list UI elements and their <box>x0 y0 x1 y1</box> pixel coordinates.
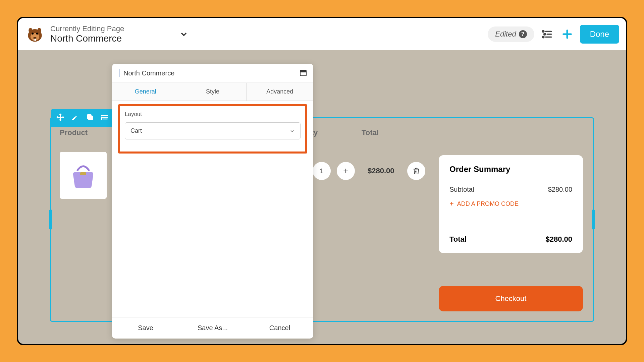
svg-point-7 <box>29 28 32 33</box>
svg-point-24 <box>101 119 102 119</box>
total-label: Total <box>449 235 467 244</box>
edited-status[interactable]: Edited ? <box>488 26 534 42</box>
top-bar: Currently Editing Page North Commerce Ed… <box>18 18 626 50</box>
remove-item-button[interactable] <box>407 162 425 180</box>
help-icon: ? <box>519 30 527 38</box>
summary-title: Order Summary <box>449 165 572 174</box>
promo-label: ADD A PROMO CODE <box>457 200 519 207</box>
svg-rect-25 <box>80 172 86 175</box>
add-promo-code-button[interactable]: + ADD A PROMO CODE <box>449 199 572 208</box>
chevron-down-icon <box>289 128 295 134</box>
total-value: $280.00 <box>545 235 572 244</box>
svg-point-9 <box>542 31 544 32</box>
product-image <box>60 152 107 199</box>
layout-value: Cart <box>130 127 142 134</box>
wrench-icon[interactable] <box>71 113 79 123</box>
block-toolbar <box>51 109 114 127</box>
page-dropdown-button[interactable] <box>176 27 191 42</box>
svg-rect-6 <box>35 39 36 41</box>
cancel-button[interactable]: Cancel <box>246 324 313 332</box>
subtotal-label: Subtotal <box>449 186 474 193</box>
subtotal-row: Subtotal $280.00 <box>449 186 572 193</box>
quantity-value: 1 <box>313 162 331 180</box>
layout-label: Layout <box>125 111 301 118</box>
divider <box>449 180 572 180</box>
done-button[interactable]: Done <box>580 25 619 44</box>
save-button[interactable]: Save <box>112 324 179 332</box>
line-total: $280.00 <box>368 167 394 175</box>
divider <box>210 20 210 48</box>
order-summary-card: Order Summary Subtotal $280.00 + ADD A P… <box>439 155 583 253</box>
panel-title: North Commerce <box>123 69 297 77</box>
resize-handle-left[interactable] <box>49 209 52 230</box>
plus-icon: + <box>449 199 454 208</box>
panel-body: Layout Cart <box>112 101 313 317</box>
svg-point-11 <box>544 33 545 35</box>
list-icon[interactable] <box>101 113 109 123</box>
save-as-button[interactable]: Save As... <box>179 324 246 332</box>
app-frame: Currently Editing Page North Commerce Ed… <box>17 17 627 345</box>
svg-point-3 <box>36 33 38 35</box>
title-block: Currently Editing Page North Commerce <box>50 24 124 44</box>
module-settings-panel: North Commerce General Style Advanced La… <box>112 64 313 339</box>
add-module-button[interactable] <box>560 27 575 42</box>
svg-point-1 <box>31 33 39 41</box>
svg-point-2 <box>32 33 34 35</box>
tab-advanced[interactable]: Advanced <box>247 83 313 101</box>
resize-handle-right[interactable] <box>592 209 595 230</box>
page-title: North Commerce <box>50 33 124 44</box>
svg-point-13 <box>542 36 544 38</box>
layout-field-highlight: Layout Cart <box>118 104 307 154</box>
panel-header: North Commerce <box>112 64 313 83</box>
svg-rect-5 <box>34 39 35 41</box>
subtotal-value: $280.00 <box>548 186 572 193</box>
canvas: Product Quantity Total 1 $280.00 <box>18 50 626 344</box>
panel-footer: Save Save As... Cancel <box>112 317 313 339</box>
tab-general[interactable]: General <box>112 83 179 101</box>
window-icon[interactable] <box>300 70 307 76</box>
checkout-button[interactable]: Checkout <box>439 286 583 311</box>
layout-select[interactable]: Cart <box>125 122 301 139</box>
edited-label: Edited <box>495 30 516 39</box>
beaver-logo-icon <box>25 24 45 44</box>
svg-rect-18 <box>87 115 91 119</box>
tab-style[interactable]: Style <box>179 83 246 101</box>
duplicate-icon[interactable] <box>86 113 94 123</box>
svg-point-23 <box>101 117 102 118</box>
svg-point-8 <box>38 28 41 33</box>
panel-accent <box>119 69 120 77</box>
svg-point-22 <box>101 115 102 116</box>
header-total: Total <box>362 128 379 137</box>
quantity-controls: 1 $280.00 <box>313 162 425 180</box>
move-icon[interactable] <box>56 113 64 123</box>
outline-toggle-button[interactable] <box>540 27 554 42</box>
tabs-row: General Style Advanced <box>112 83 313 101</box>
total-row: Total $280.00 <box>449 235 572 244</box>
svg-point-4 <box>33 37 36 39</box>
cart-row <box>60 152 107 199</box>
editing-label: Currently Editing Page <box>50 24 124 33</box>
quantity-increase-button[interactable] <box>337 162 355 180</box>
